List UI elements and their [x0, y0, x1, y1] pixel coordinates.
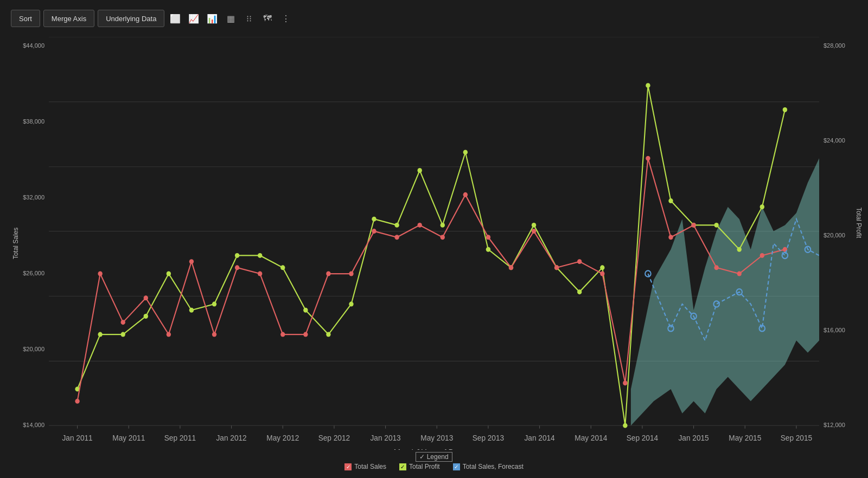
more-icon[interactable]: ⋮	[278, 11, 293, 26]
svg-point-65	[600, 272, 604, 276]
y-axis-label-right: Total Profit	[856, 208, 863, 238]
svg-point-12	[121, 332, 125, 337]
svg-text:Sep 2014: Sep 2014	[627, 434, 659, 442]
legend-item-forecast: ✓ Total Sales, Forecast	[453, 463, 524, 470]
svg-point-67	[646, 156, 650, 161]
filter-icon[interactable]: ⬜	[168, 11, 183, 26]
svg-point-38	[714, 223, 718, 228]
svg-point-25	[417, 168, 422, 173]
svg-point-34	[623, 423, 627, 428]
svg-point-40	[760, 204, 764, 209]
svg-point-21	[326, 332, 330, 337]
legend-items: ✓ Total Sales ✓ Total Profit ✓ Total Sal…	[5, 463, 863, 470]
svg-point-50	[258, 272, 262, 276]
svg-point-45	[144, 295, 148, 300]
y-axis-right: Total Profit $28,000 $24,000 $20,000 $16…	[819, 37, 863, 450]
svg-point-23	[372, 217, 376, 222]
svg-text:May 2015: May 2015	[729, 434, 761, 442]
svg-point-63	[554, 265, 559, 270]
legend-item-sales: ✓ Total Sales	[344, 463, 386, 470]
svg-point-43	[98, 272, 102, 276]
svg-point-72	[760, 253, 764, 258]
y-axis-label-left: Total Sales	[12, 228, 20, 260]
svg-text:Jan 2014: Jan 2014	[524, 434, 554, 442]
svg-point-61	[509, 265, 513, 270]
legend-label-forecast: Total Sales, Forecast	[463, 463, 524, 470]
svg-text:Sep 2011: Sep 2011	[164, 434, 196, 442]
svg-text:Jan 2013: Jan 2013	[370, 434, 400, 442]
map-icon[interactable]: 🗺	[260, 11, 275, 26]
svg-point-57	[417, 223, 422, 228]
svg-text:Month&Year of Date ⌄: Month&Year of Date ⌄	[394, 448, 475, 450]
scatter-icon[interactable]: ⁝⁝	[241, 11, 257, 26]
svg-point-69	[691, 223, 695, 228]
main-chart-svg: Jan 2011 May 2011 Sep 2011 Jan 2012 May …	[49, 37, 819, 450]
svg-point-18	[258, 253, 262, 258]
svg-point-66	[623, 380, 627, 385]
svg-point-58	[441, 235, 445, 240]
svg-point-19	[280, 265, 285, 270]
svg-point-42	[75, 399, 79, 404]
svg-point-36	[668, 198, 673, 203]
svg-point-71	[737, 272, 742, 276]
svg-point-64	[577, 259, 582, 264]
svg-point-54	[349, 272, 353, 276]
svg-text:May 2013: May 2013	[420, 434, 453, 442]
svg-point-11	[98, 332, 102, 337]
svg-point-44	[121, 320, 125, 325]
svg-point-16	[212, 302, 216, 307]
svg-point-24	[394, 223, 399, 228]
svg-point-30	[532, 223, 536, 228]
svg-point-62	[532, 229, 536, 234]
chart-wrapper: Total Sales $44,000 $38,000 $32,000 $26,…	[5, 37, 863, 450]
svg-point-33	[600, 265, 604, 270]
grouped-bar-icon[interactable]: ▦	[223, 11, 238, 26]
line-chart-icon[interactable]: 📈	[186, 11, 201, 26]
svg-point-17	[235, 253, 239, 258]
legend-title: ✓ Legend	[5, 453, 863, 461]
svg-point-47	[189, 259, 194, 264]
svg-text:May 2011: May 2011	[112, 434, 145, 442]
svg-point-52	[303, 332, 308, 337]
svg-point-22	[349, 302, 353, 307]
svg-point-70	[714, 265, 718, 270]
svg-point-55	[372, 229, 376, 234]
svg-point-28	[486, 247, 490, 252]
svg-text:May 2014: May 2014	[575, 434, 607, 442]
svg-point-56	[394, 235, 399, 240]
svg-text:Jan 2012: Jan 2012	[216, 434, 246, 442]
merge-axis-button[interactable]: Merge Axis	[43, 10, 94, 27]
svg-point-60	[486, 235, 490, 240]
svg-point-51	[280, 332, 285, 337]
svg-point-14	[167, 272, 171, 276]
svg-text:Jan 2011: Jan 2011	[62, 434, 92, 442]
toolbar: Sort Merge Axis Underlying Data ⬜ 📈 📊 ▦ …	[5, 5, 863, 31]
legend-area: ✓ Legend ✓ Total Sales ✓ Total Profit ✓ …	[5, 450, 863, 473]
svg-text:May 2012: May 2012	[266, 434, 299, 442]
svg-point-15	[189, 308, 194, 313]
svg-point-48	[212, 332, 216, 337]
legend-item-profit: ✓ Total Profit	[399, 463, 440, 470]
svg-point-49	[235, 265, 239, 270]
svg-point-27	[463, 150, 468, 154]
svg-text:Sep 2013: Sep 2013	[473, 434, 505, 442]
bar-chart-icon[interactable]: 📊	[205, 11, 220, 26]
svg-point-53	[326, 272, 330, 276]
sort-button[interactable]: Sort	[11, 10, 40, 27]
legend-label-profit: Total Profit	[409, 463, 440, 470]
svg-point-13	[144, 314, 148, 319]
svg-point-32	[577, 289, 582, 294]
svg-text:Jan 2015: Jan 2015	[678, 434, 709, 442]
svg-text:Sep 2015: Sep 2015	[781, 434, 813, 442]
svg-point-39	[737, 247, 742, 252]
svg-point-26	[441, 223, 445, 228]
chart-svg-container: Jan 2011 May 2011 Sep 2011 Jan 2012 May …	[49, 37, 819, 450]
svg-point-20	[303, 308, 308, 313]
y-axis-left: Total Sales $44,000 $38,000 $32,000 $26,…	[5, 37, 49, 450]
svg-point-41	[783, 107, 787, 112]
svg-point-59	[463, 192, 468, 197]
underlying-data-button[interactable]: Underlying Data	[98, 10, 164, 27]
legend-label-sales: Total Sales	[354, 463, 386, 470]
svg-text:Sep 2012: Sep 2012	[318, 434, 350, 442]
svg-point-35	[646, 83, 650, 88]
